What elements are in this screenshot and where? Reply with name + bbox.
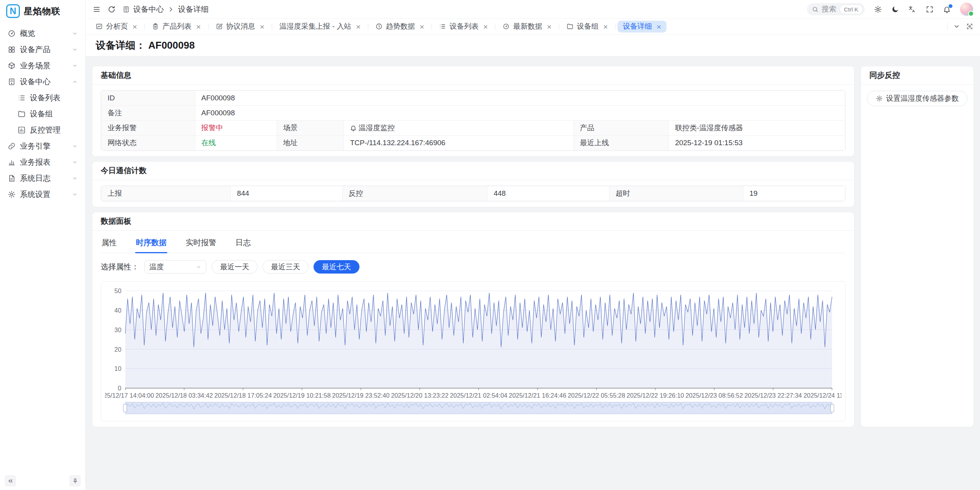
chevdown-icon bbox=[72, 47, 78, 52]
sidebar-item-business-engine[interactable]: 业务引擎 bbox=[4, 138, 82, 154]
sidebar-item-label: 反控管理 bbox=[30, 125, 60, 135]
range-buttons: 最近一天最近三天最近七天 bbox=[212, 260, 359, 274]
svg-text:40: 40 bbox=[114, 307, 121, 314]
breadcrumb-item-current: 设备详细 bbox=[178, 4, 209, 15]
datazoom-handle-left[interactable] bbox=[123, 404, 127, 412]
refresh-icon[interactable] bbox=[108, 5, 116, 13]
field-value: 448 bbox=[487, 186, 609, 201]
svg-text:20: 20 bbox=[114, 346, 121, 353]
gear-icon[interactable] bbox=[874, 5, 882, 13]
tab-close-icon[interactable]: × bbox=[356, 23, 361, 31]
sidebar-collapse-button[interactable] bbox=[5, 475, 16, 487]
tab-device-detail[interactable]: 设备详细× bbox=[617, 21, 666, 33]
tab-separator bbox=[495, 23, 495, 29]
svg-text:10: 10 bbox=[114, 365, 121, 372]
collapse-icon bbox=[7, 478, 14, 484]
tab-device-list[interactable]: 设备列表× bbox=[434, 21, 493, 33]
tab-close-icon[interactable]: × bbox=[547, 23, 551, 31]
svg-text:2025/12/21 16:24:46: 2025/12/21 16:24:46 bbox=[509, 392, 566, 399]
sidebar-item-system-settings[interactable]: 系统设置 bbox=[4, 186, 82, 202]
data-panel-tabs: 属性时序数据实时报警日志 bbox=[101, 236, 846, 253]
panel-tab-logs[interactable]: 日志 bbox=[235, 236, 252, 253]
tab-separator bbox=[615, 23, 616, 29]
sidebar-item-label: 业务引擎 bbox=[20, 141, 51, 151]
tab-latest-data[interactable]: 最新数据× bbox=[497, 21, 557, 33]
sidebar-item-overview[interactable]: 概览 bbox=[4, 25, 82, 41]
search-icon bbox=[812, 6, 818, 13]
range-button-last-3d[interactable]: 最近三天 bbox=[263, 260, 309, 274]
svg-text:2025/12/22 05:55:28: 2025/12/22 05:55:28 bbox=[568, 392, 625, 399]
sidebar-item-business-report[interactable]: 业务报表 bbox=[4, 154, 82, 170]
tab-close-icon[interactable]: × bbox=[603, 23, 608, 31]
svg-text:30: 30 bbox=[114, 326, 121, 333]
sidebar-item-reverse-control[interactable]: 反控管理 bbox=[4, 122, 82, 138]
sidebar-item-device-center[interactable]: 设备中心 bbox=[4, 74, 82, 90]
set-sensor-params-label: 设置温湿度传感器参数 bbox=[886, 93, 959, 103]
dark-mode-moon-icon[interactable] bbox=[891, 5, 899, 13]
sidebar-item-device-product[interactable]: 设备产品 bbox=[4, 41, 82, 57]
main-area: 设备中心 设备详细 搜索 Ctrl K 文A 分析页×产品列表×协议消息×温 bbox=[86, 0, 980, 490]
main-column: 基础信息 IDAF000098备注AF000098业务报警报警中场景温湿度监控产… bbox=[92, 66, 854, 427]
tab-close-icon[interactable]: × bbox=[483, 23, 488, 31]
chevron-down-icon[interactable] bbox=[953, 23, 960, 30]
chevron-down-icon bbox=[196, 264, 201, 270]
attribute-select-value: 温度 bbox=[149, 262, 164, 272]
sidebar: N 星焰物联 概览设备产品业务场景设备中心设备列表设备组反控管理业务引擎业务报表… bbox=[0, 0, 86, 490]
cube-icon bbox=[8, 62, 16, 70]
tab-separator bbox=[559, 23, 559, 29]
sidebar-item-device-group[interactable]: 设备组 bbox=[4, 106, 82, 122]
panel-tab-realtime-alarm[interactable]: 实时报警 bbox=[185, 236, 217, 253]
gauge-icon bbox=[8, 29, 16, 38]
range-button-last-7d[interactable]: 最近七天 bbox=[314, 260, 359, 274]
breadcrumb: 设备中心 设备详细 bbox=[122, 4, 209, 15]
tab-device-group[interactable]: 设备组× bbox=[561, 21, 613, 33]
app-logo[interactable]: N 星焰物联 bbox=[0, 0, 85, 22]
basic-info-title: 基础信息 bbox=[92, 66, 854, 85]
tabbar: 分析页×产品列表×协议消息×温湿度采集上报 - 入站×趋势数据×设备列表×最新数… bbox=[86, 18, 980, 34]
app-name: 星焰物联 bbox=[24, 5, 60, 17]
chart-filter-row: 选择属性： 温度 最近一天最近三天最近七天 bbox=[101, 260, 846, 274]
sidebar-item-label: 概览 bbox=[20, 28, 35, 39]
field-value: AF000098 bbox=[195, 91, 845, 106]
range-button-last-1d[interactable]: 最近一天 bbox=[212, 260, 258, 274]
sidebar-item-system-log[interactable]: 系统日志 bbox=[4, 170, 82, 186]
maximize-view-icon[interactable] bbox=[966, 23, 973, 30]
datazoom-handle-right[interactable] bbox=[830, 404, 834, 412]
field-label: 最近上线 bbox=[573, 136, 669, 151]
avatar[interactable] bbox=[960, 3, 973, 16]
search-input[interactable]: 搜索 Ctrl K bbox=[807, 3, 865, 15]
sidebar-item-business-scene[interactable]: 业务场景 bbox=[4, 57, 82, 74]
sync-control-title: 同步反控 bbox=[861, 66, 973, 85]
notifications-bell-icon[interactable] bbox=[943, 5, 951, 13]
svg-text:2025/12/20 13:23:22: 2025/12/20 13:23:22 bbox=[391, 392, 448, 399]
tab-close-icon[interactable]: × bbox=[657, 23, 661, 31]
panel-tab-timeseries[interactable]: 时序数据 bbox=[135, 236, 167, 253]
language-icon[interactable]: 文A bbox=[908, 5, 916, 13]
fullscreen-icon[interactable] bbox=[926, 5, 934, 13]
tab-close-icon[interactable]: × bbox=[420, 23, 424, 31]
breadcrumb-item[interactable]: 设备中心 bbox=[133, 4, 164, 15]
chevdown-icon bbox=[72, 175, 78, 181]
set-sensor-params-button[interactable]: 设置温湿度传感器参数 bbox=[867, 91, 967, 106]
tab-close-icon[interactable]: × bbox=[260, 23, 265, 31]
field-value: 2025-12-19 01:15:53 bbox=[669, 136, 845, 151]
tab-close-icon[interactable]: × bbox=[132, 23, 137, 31]
sidebar-item-device-list[interactable]: 设备列表 bbox=[4, 90, 82, 106]
tab-trend-data[interactable]: 趋势数据× bbox=[370, 21, 430, 33]
comm-count-title: 今日通信计数 bbox=[92, 162, 854, 180]
tab-close-icon[interactable]: × bbox=[196, 23, 201, 31]
folder-icon bbox=[567, 23, 573, 30]
data-panel-card: 数据面板 属性时序数据实时报警日志 选择属性： 温度 最近一天最近三天最近七天 bbox=[92, 212, 854, 427]
tab-protocol-message[interactable]: 协议消息× bbox=[211, 21, 270, 33]
tab-product-list[interactable]: 产品列表× bbox=[147, 21, 206, 33]
tab-label: 设备列表 bbox=[449, 21, 479, 31]
tab-label: 协议消息 bbox=[226, 21, 255, 31]
datazoom-slider[interactable] bbox=[123, 402, 834, 414]
tab-th-collect-inbound[interactable]: 温湿度采集上报 - 入站× bbox=[274, 21, 366, 33]
tab-analysis[interactable]: 分析页× bbox=[90, 21, 142, 33]
sidebar-pin-button[interactable] bbox=[69, 475, 81, 487]
hamburger-icon[interactable] bbox=[93, 5, 101, 13]
panel-tab-attributes[interactable]: 属性 bbox=[101, 236, 118, 253]
attribute-select[interactable]: 温度 bbox=[144, 260, 206, 274]
chevdown-icon bbox=[72, 192, 78, 197]
